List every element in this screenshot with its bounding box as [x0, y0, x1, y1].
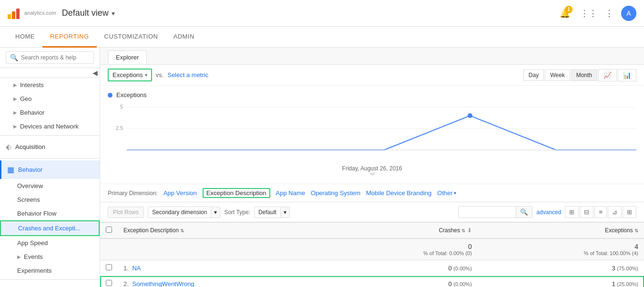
- avatar[interactable]: A: [621, 6, 636, 21]
- header: analytics.com Default view ▾ 🔔 1 ⋮⋮ ⋮ A: [0, 0, 644, 27]
- sidebar-item-behavior-sub[interactable]: ▶ Behavior: [0, 106, 100, 119]
- sidebar-item-label: Geo: [20, 95, 32, 102]
- primary-dimension-label: Primary Dimension:: [108, 190, 158, 197]
- dropdown-arrow-icon: ▾: [280, 207, 289, 218]
- chart-legend: Exceptions: [108, 91, 636, 99]
- metric-dropdown[interactable]: Exceptions ▾: [108, 69, 152, 81]
- tab-customization[interactable]: CUSTOMIZATION: [97, 27, 166, 48]
- date-tooltip: Friday, August 26, 2016: [108, 164, 636, 178]
- account-name: analytics.com: [24, 10, 56, 16]
- sidebar-section-behavior[interactable]: ▦ Behavior: [0, 160, 100, 179]
- behavior-label: Behavior: [18, 166, 42, 173]
- row-num: 2.: [123, 280, 129, 287]
- svg-text:5: 5: [120, 104, 123, 109]
- sidebar-item-overview[interactable]: Overview: [0, 179, 100, 193]
- dimension-tab-app-version[interactable]: App Version: [164, 189, 197, 197]
- chevron-right-icon: ▶: [13, 82, 17, 88]
- sidebar-item-screens[interactable]: Screens: [0, 193, 100, 207]
- row-description-link[interactable]: SomethingWentWrong: [132, 280, 194, 287]
- comparison-view-button[interactable]: ⊟: [580, 206, 593, 218]
- day-button[interactable]: Day: [523, 69, 544, 81]
- line-chart-button[interactable]: 📈: [598, 69, 617, 81]
- dropdown-arrow-icon: ▾: [112, 10, 115, 17]
- notification-button[interactable]: 🔔 1: [557, 6, 572, 21]
- sort-type-dropdown[interactable]: Default ▾: [254, 207, 290, 218]
- dimension-tab-device-branding[interactable]: Mobile Device Branding: [366, 189, 431, 197]
- collapse-sidebar-button[interactable]: ◀: [92, 69, 98, 77]
- week-button[interactable]: Week: [545, 69, 570, 81]
- sort-value: Default: [255, 207, 280, 218]
- row-checkbox-2[interactable]: [106, 280, 112, 286]
- row-checkbox-1[interactable]: [106, 264, 112, 270]
- time-controls: Day Week Month 📈 📊: [523, 69, 636, 81]
- sort-type-label: Sort Type:: [224, 209, 250, 216]
- sidebar-section-acquisition[interactable]: ⬖ Acquisition: [0, 138, 100, 156]
- more-options-button[interactable]: ⋮: [605, 8, 613, 19]
- sidebar-item-label: Interests: [20, 81, 44, 89]
- chart-controls: Exceptions ▾ vs. Select a metric Day Wee…: [100, 65, 644, 86]
- view-label: Default view: [62, 8, 109, 18]
- search-input[interactable]: [21, 54, 90, 61]
- chevron-right-icon: ▶: [13, 110, 17, 115]
- table-search-button[interactable]: 🔍: [516, 207, 532, 218]
- sidebar-item-devices[interactable]: ▶ Devices and Network: [0, 119, 100, 133]
- row-description-link[interactable]: NA: [132, 265, 141, 272]
- sidebar-item-interests[interactable]: ▶ Interests: [0, 78, 100, 92]
- vs-label: vs.: [156, 71, 164, 79]
- dimension-tab-exception-desc[interactable]: Exception Description: [203, 188, 270, 198]
- explorer-tab[interactable]: Explorer: [108, 50, 147, 64]
- sidebar-item-label: Behavior: [20, 109, 44, 116]
- sidebar-item-experiments[interactable]: Experiments: [0, 264, 100, 277]
- data-view-button[interactable]: ⊞: [565, 206, 579, 218]
- dimension-tab-app-name[interactable]: App Name: [276, 189, 305, 197]
- date-label: Friday, August 26, 2016: [109, 165, 635, 172]
- sort-icon: ⇅: [634, 228, 638, 233]
- content-area: Explorer Exceptions ▾ vs. Select a metri…: [100, 48, 644, 287]
- main-layout: 🔍 ◀ ▶ Interests ▶ Geo ▶ Behavior ▶ Devic…: [0, 48, 644, 287]
- sidebar-item-geo[interactable]: ▶ Geo: [0, 92, 100, 106]
- sidebar-item-behavior-flow[interactable]: Behavior Flow: [0, 207, 100, 220]
- dimension-bar: Primary Dimension: App Version Exception…: [100, 184, 644, 202]
- svg-text:2.5: 2.5: [116, 125, 123, 131]
- select-metric-link[interactable]: Select a metric: [167, 71, 208, 79]
- notification-badge: 1: [565, 6, 572, 13]
- search-box: 🔍: [0, 48, 100, 68]
- dimension-tab-os[interactable]: Operating System: [311, 189, 360, 197]
- dropdown-arrow-icon: ▾: [145, 72, 147, 78]
- plot-rows-button[interactable]: Plot Rows: [108, 207, 144, 218]
- table-row: 2. SomethingWentWrong 0 (0.00%) 1 (25.00…: [100, 276, 644, 287]
- bar-chart-button[interactable]: 📊: [618, 69, 636, 81]
- sort-icon: ⇅: [461, 228, 465, 233]
- chart-data-point[interactable]: [468, 113, 472, 118]
- data-table: Exception Description ⇅ Crashes ⇅ ⬇ Exce…: [100, 222, 644, 287]
- sidebar-item-crashes[interactable]: Crashes and Excepti...: [0, 220, 100, 236]
- more-view-button[interactable]: ⊞: [623, 206, 636, 218]
- crashes-total-pct: % of Total: 0.00% (0): [332, 250, 472, 256]
- dimension-tab-other[interactable]: Other ▾: [437, 189, 456, 197]
- tab-reporting[interactable]: REPORTING: [42, 27, 97, 48]
- secondary-dimension-label: Secondary dimension: [148, 207, 211, 218]
- chevron-right-icon: ▶: [17, 254, 21, 259]
- advanced-link[interactable]: advanced: [536, 209, 561, 216]
- pivot-view-button[interactable]: ≡: [594, 206, 607, 218]
- legend-dot: [108, 93, 112, 98]
- month-button[interactable]: Month: [571, 69, 597, 81]
- logo-bars: [8, 8, 20, 19]
- totals-row: 0 % of Total: 0.00% (0) 4 % of Total: 10…: [100, 238, 644, 260]
- table-search-input[interactable]: [459, 207, 516, 218]
- exceptions-total-value: 4: [483, 243, 638, 250]
- tab-admin[interactable]: ADMIN: [165, 27, 202, 48]
- sidebar-item-app-speed[interactable]: App Speed: [0, 236, 100, 250]
- apps-grid-button[interactable]: ⋮⋮: [580, 8, 597, 19]
- col-exceptions: Exceptions ⇅: [478, 223, 644, 239]
- table-controls: Plot Rows Secondary dimension ▾ Sort Typ…: [100, 202, 644, 222]
- tab-home[interactable]: HOME: [8, 27, 42, 48]
- select-all-checkbox[interactable]: [106, 227, 112, 233]
- sidebar-section-conversions[interactable]: ◎ Conversions: [0, 282, 100, 287]
- secondary-dimension-dropdown[interactable]: Secondary dimension ▾: [148, 207, 220, 218]
- sidebar-item-events[interactable]: ▶ Events: [0, 250, 100, 264]
- view-selector[interactable]: Default view ▾: [62, 8, 115, 18]
- custom-view-button[interactable]: ⊿: [608, 206, 622, 218]
- logo: analytics.com: [8, 8, 56, 19]
- header-actions: 🔔 1 ⋮⋮ ⋮ A: [557, 6, 636, 21]
